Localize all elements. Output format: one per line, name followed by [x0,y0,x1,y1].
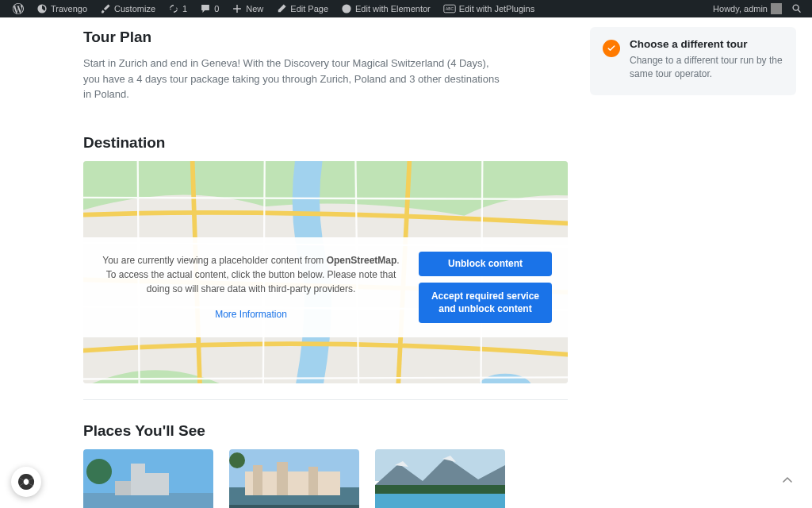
plus-icon [232,3,243,14]
site-name-label: Travengo [51,4,87,13]
jetplugins-icon: ABC [443,4,456,13]
my-account-link[interactable]: Howdy, admin [707,0,788,17]
admin-bar-right: Howdy, admin [707,0,806,17]
aperture-icon [16,471,36,492]
edit-elementor-link[interactable]: Edit with Elementor [335,0,437,17]
wp-logo[interactable] [6,0,30,17]
search-icon [791,3,802,14]
comment-icon [200,3,211,14]
refresh-icon [168,3,179,14]
svg-rect-19 [253,465,262,495]
tour-plan-desc: Start in Zurich and end in Geneva! With … [83,56,507,102]
cookie-widget-button[interactable] [11,467,41,497]
consent-overlay: You are currently viewing a placeholder … [83,237,568,338]
consent-provider: OpenStreetMap [327,255,397,266]
svg-text:ABC: ABC [446,7,454,11]
choose-tour-card[interactable]: Choose a different tour Change to a diff… [590,27,796,95]
customize-label: Customize [114,4,155,13]
admin-bar-left: Travengo Customize 1 0 New [6,0,541,17]
places-grid [83,449,568,509]
avatar [771,3,782,14]
sidebar-column: Choose a different tour Change to a diff… [590,27,812,508]
choose-tour-content: Choose a different tour Change to a diff… [630,38,783,81]
chevron-up-icon [781,474,794,487]
tour-plan-title: Tour Plan [83,29,568,46]
svg-point-10 [86,459,112,484]
consent-text: You are currently viewing a placeholder … [99,253,403,321]
svg-rect-23 [229,505,359,509]
svg-rect-9 [115,481,131,495]
edit-page-link[interactable]: Edit Page [270,0,335,17]
updates-link[interactable]: 1 [162,0,193,17]
section-divider [83,399,568,400]
place-card[interactable] [229,449,359,509]
edit-jetplugins-link[interactable]: ABC Edit with JetPlugins [437,0,541,17]
choose-tour-desc: Change to a different tour run by the sa… [630,54,783,81]
dashboard-icon [36,3,48,14]
site-name-link[interactable]: Travengo [30,0,94,17]
page-wrap: Tour Plan Start in Zurich and end in Gen… [0,17,812,508]
wp-admin-bar: Travengo Customize 1 0 New [0,0,812,17]
comments-link[interactable]: 0 [193,0,225,17]
place-card[interactable] [375,449,505,509]
howdy-label: Howdy, admin [713,4,768,13]
edit-jetplugins-label: Edit with JetPlugins [459,4,534,13]
wordpress-icon [13,3,24,14]
new-link[interactable]: New [225,0,270,17]
svg-rect-8 [145,473,169,495]
comments-count: 0 [214,4,219,13]
svg-point-0 [342,4,350,13]
destination-title: Destination [83,134,568,152]
consent-prefix: You are currently viewing a placeholder … [102,255,326,266]
customize-link[interactable]: Customize [94,0,162,17]
edit-page-label: Edit Page [290,4,328,13]
unblock-button[interactable]: Unblock content [419,252,552,277]
updates-count: 1 [182,4,187,13]
svg-rect-20 [277,462,288,495]
consent-buttons: Unblock content Accept required service … [419,252,552,324]
main-column: Tour Plan Start in Zurich and end in Gen… [0,27,568,508]
accept-unblock-button[interactable]: Accept required service and unblock cont… [419,283,552,323]
more-information-link[interactable]: More Information [99,307,403,321]
svg-rect-7 [131,464,145,495]
places-title: Places You'll See [83,422,568,440]
place-card[interactable] [83,449,213,509]
svg-rect-29 [375,494,505,509]
new-label: New [246,4,263,13]
map-container: You are currently viewing a placeholder … [83,161,568,383]
pencil-icon [276,3,287,14]
elementor-icon [341,3,352,14]
svg-point-22 [229,452,245,468]
scroll-to-top-button[interactable] [777,470,798,491]
search-toggle[interactable] [788,0,806,17]
edit-elementor-label: Edit with Elementor [355,4,431,13]
choose-tour-title: Choose a different tour [630,38,783,50]
svg-rect-21 [308,467,318,495]
check-circle-icon [603,40,620,57]
brush-icon [100,3,111,14]
